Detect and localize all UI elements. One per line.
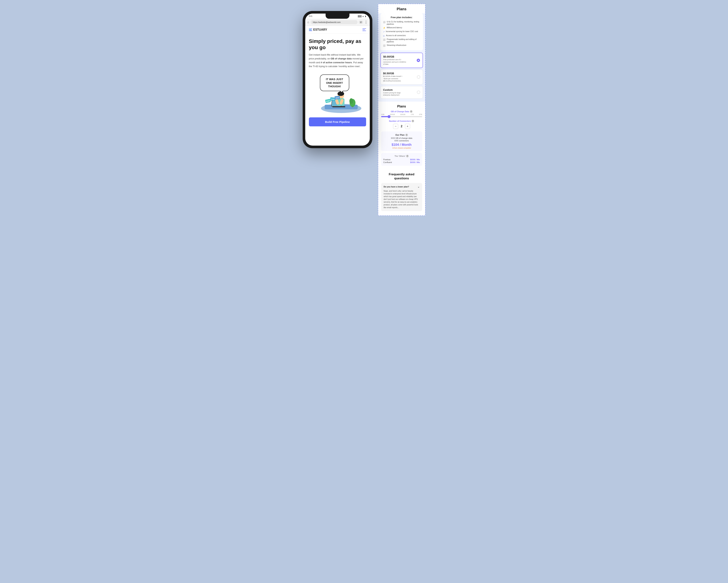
pricing-option-custom[interactable]: Custom Custom pricing for large enterpri…: [381, 86, 423, 99]
others-title-text: The 'Others': [394, 155, 405, 157]
free-plan-item-3: ↗ Incremental syncing for lower CDC cost: [383, 30, 420, 33]
phone-mockup: 9:41 ▐▐▐ ▲ ▮ ⌂ https://website@webworld.…: [303, 11, 372, 148]
phone-notch: [326, 14, 349, 19]
radio-free[interactable]: [417, 59, 420, 62]
connectors-label: Number of Connectors ?: [381, 120, 422, 122]
radio-paid[interactable]: [417, 75, 420, 79]
status-icons: ▐▐▐ ▲ ▮: [357, 15, 366, 17]
gb-help-icon[interactable]: ?: [410, 110, 413, 113]
faq-chevron-1: ⌄: [417, 185, 420, 188]
free-plan-item-4: ◎ Access to all connectors: [383, 34, 420, 37]
free-plan-item-6: ⬜ Streaming infrastructure: [383, 44, 420, 47]
slider-labels: 1GB 250GB 500GB 1TB 5TB: [381, 113, 422, 116]
faq-item-1[interactable]: Do you have a lower plan? ⌄ Nope, and he…: [381, 183, 422, 211]
speech-bubble: IT WAS JUST ONE INSERT THOUGH!: [320, 74, 349, 91]
logo: ESTUARY: [309, 28, 327, 31]
svg-text:ROW: ROW: [331, 99, 335, 101]
confluent-name: Confluent: [383, 161, 392, 163]
more-options-icon[interactable]: ⋮: [364, 20, 368, 24]
logo-bar-1: [309, 29, 312, 29]
plan-connectors: XXX connectors: [383, 140, 420, 142]
phone-frame: 9:41 ▐▐▐ ▲ ▮ ⌂ https://website@webworld.…: [303, 11, 372, 148]
free-plan-text-5: Programmatic building and editing of pip…: [387, 38, 420, 43]
our-plan-title: Our Plan ?: [383, 134, 420, 136]
pricing-option-custom-left: Custom Custom pricing for large enterpri…: [383, 88, 407, 96]
others-box: The 'Others' ? Fivetran $XXX / Mo Conflu…: [381, 153, 422, 166]
free-plan-text-3: Incremental syncing for lower CDC cost: [386, 30, 418, 33]
competitor-confluent: Confluent $XXX / Mo: [383, 161, 420, 163]
hero-description: Get instant back-fills without instant b…: [309, 53, 366, 68]
faq-question-1[interactable]: Do you have a lower plan? ⌄: [384, 185, 420, 188]
stream-icon: ⬜: [383, 44, 386, 47]
browser-bar: ⌂ https://website@webworld.com 2 ⋮: [305, 19, 370, 26]
our-plan-help-icon[interactable]: ?: [405, 134, 408, 136]
our-plan-box: Our Plan ? XXX GB of change data XXX con…: [381, 131, 422, 151]
free-plan-item-1: ⬜ UI & CLI for building, monitoring, tes…: [383, 21, 420, 25]
pricing-price-paid: $0.50/GB: [383, 72, 407, 75]
plan-gb-data: XXX GB of change data: [383, 137, 420, 139]
phone-screen: 9:41 ▐▐▐ ▲ ▮ ⌂ https://website@webworld.…: [305, 14, 370, 146]
pricing-option-paid[interactable]: $0.50/GB $0.50/GB of data moved + ~$100 …: [381, 70, 423, 84]
free-plan-item-2: ⚡ Millisecond latency: [383, 26, 420, 29]
connectors-help-icon[interactable]: ?: [412, 120, 414, 122]
connector-decrement-button[interactable]: −: [393, 124, 398, 129]
svg-rect-4: [332, 106, 345, 107]
others-title: The 'Others' ?: [383, 155, 420, 157]
slider-label-1tb: 1TB: [411, 113, 414, 116]
competitor-fivetran: Fivetran $XXX / Mo: [383, 158, 420, 161]
slider-label-500gb: 500GB: [400, 113, 405, 116]
plans-section-title: Plans: [378, 4, 425, 14]
connector-counter: − 2 +: [381, 124, 422, 129]
connector-icon: ◎: [383, 34, 385, 37]
logo-bar-3: [309, 30, 312, 31]
home-icon[interactable]: ⌂: [308, 21, 309, 24]
pricing-option-free-left: $0.00/GB Free production use of 2 connec…: [383, 55, 407, 66]
logo-icon: [309, 29, 312, 31]
radio-custom[interactable]: [417, 91, 420, 94]
svg-point-7: [349, 98, 353, 104]
plan-price: $104 / Month: [383, 143, 420, 147]
illustration: IT WAS JUST ONE INSERT THOUGH!: [309, 73, 366, 113]
slider-label-5tb: 5TB: [419, 113, 422, 116]
plan-savings: -$ from closest competitor: [383, 147, 420, 149]
connector-increment-button[interactable]: +: [405, 124, 410, 129]
hamburger-line-1: [362, 28, 366, 29]
faq-answer-1: Nope, and here's why: we've heavily inve…: [384, 189, 420, 209]
connector-value: 2: [401, 125, 402, 128]
confluent-price: $XXX / Mo: [410, 161, 420, 163]
battery-icon: ▮: [365, 15, 366, 17]
faq-section: Frequently asked questions Do you have a…: [378, 169, 425, 216]
gb-slider-track: [381, 116, 422, 117]
sync-icon: ↗: [383, 30, 385, 33]
pricing-option-free[interactable]: $0.00/GB Free production use of 2 connec…: [381, 53, 423, 68]
pricing-option-paid-left: $0.50/GB $0.50/GB of data moved + ~$100 …: [383, 72, 407, 82]
logo-bar-2: [309, 29, 311, 30]
faq-title: Frequently asked questions: [381, 172, 422, 180]
pricing-desc-paid: $0.50/GB of data moved + ~$100 per conne…: [383, 75, 407, 82]
calc-title: Plans: [381, 104, 422, 108]
signal-icon: ▐▐▐: [357, 15, 361, 17]
url-bar[interactable]: https://website@webworld.com: [311, 20, 358, 24]
logo-text: ESTUARY: [313, 28, 327, 31]
cta-button[interactable]: Build Free Pipeline: [309, 117, 366, 126]
free-plan-text-6: Streaming infrastructure: [387, 44, 407, 46]
pricing-desc-free: Free production use of 2 connectors and …: [383, 58, 407, 66]
svg-text:MAR: MAR: [336, 97, 339, 99]
free-plan-text-2: Millisecond latency: [387, 26, 402, 29]
site-header: ESTUARY: [305, 26, 370, 34]
free-plan-item-5: ⬜ Programmatic building and editing of p…: [383, 38, 420, 43]
tab-count[interactable]: 2: [359, 21, 363, 24]
gb-slider-thumb[interactable]: [388, 115, 390, 118]
gb-label: GB of Change Data ?: [381, 110, 422, 113]
code-icon: ⬜: [383, 38, 386, 41]
hero-title: Simply priced, pay as you go: [309, 38, 366, 50]
pricing-desc-custom: Custom pricing for large enterprise depl…: [383, 92, 407, 96]
site-content: Simply priced, pay as you go Get instant…: [305, 34, 370, 133]
fivetran-name: Fivetran: [383, 158, 391, 161]
slider-label-250gb: 250GB: [390, 113, 395, 116]
hamburger-line-3: [362, 31, 366, 31]
free-plan-text-1: UI & CLI for building, monitoring, testi…: [387, 21, 420, 25]
others-help-icon[interactable]: ?: [406, 155, 409, 157]
hamburger-menu[interactable]: [362, 28, 366, 31]
latency-icon: ⚡: [383, 27, 386, 29]
